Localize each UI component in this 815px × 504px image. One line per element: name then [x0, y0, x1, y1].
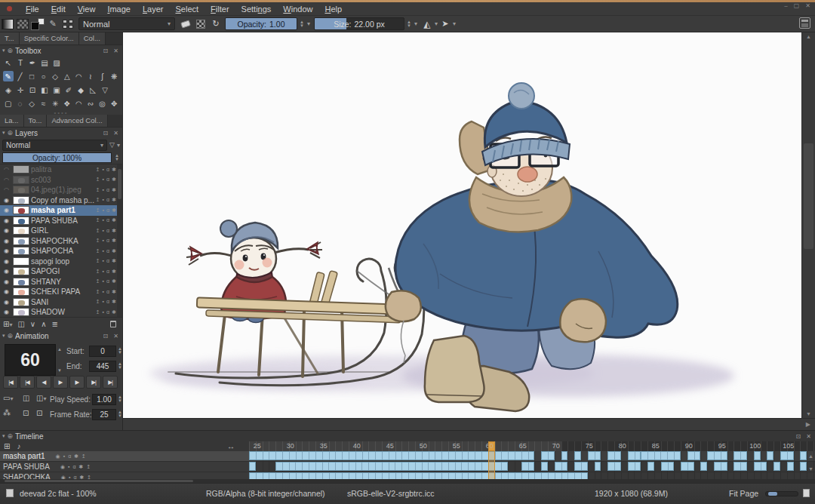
lock-icon[interactable]: ▪	[103, 278, 104, 284]
menu-window[interactable]: Window	[277, 4, 318, 14]
opacity-slider[interactable]: Opacity:1.00	[225, 17, 297, 30]
visibility-toggle-icon[interactable]: ◠	[2, 177, 11, 183]
visibility-toggle-icon[interactable]: ◉	[2, 309, 11, 315]
visibility-toggle-icon[interactable]: ◉	[2, 197, 11, 204]
frame-rate-spinner[interactable]: ▲▼	[118, 410, 122, 418]
alpha-icon[interactable]: α	[106, 187, 109, 193]
close-docker-icon[interactable]: ✕	[112, 48, 120, 54]
play-button[interactable]: ▶	[53, 376, 68, 389]
add-layer-button[interactable]: ⊞▾	[3, 320, 12, 328]
layer-row[interactable]: ◉SCHEKI PAPA↥▪α✱	[0, 287, 122, 297]
keyframe-segment[interactable]	[249, 462, 256, 471]
alpha-icon[interactable]: α	[106, 269, 109, 275]
tool-contiguous-select[interactable]: ✳	[50, 98, 60, 109]
size-slider[interactable]: Size:22.00 px	[314, 17, 404, 30]
layer-row[interactable]: ◉SHAPOCHA↥▪α✱	[0, 246, 122, 257]
properties-icon[interactable]: ✱	[112, 187, 116, 193]
properties-icon[interactable]: ✱	[112, 299, 116, 305]
reload-preset-button[interactable]: ↻	[209, 17, 223, 31]
tool-move[interactable]: ✛	[15, 85, 26, 95]
visibility-toggle-icon[interactable]: ◉	[2, 268, 11, 275]
properties-icon[interactable]: ✱	[112, 238, 116, 244]
timeline-zoom-fit-icon[interactable]: ↔	[227, 442, 235, 450]
tool-edit-shapes[interactable]: ▤	[39, 57, 50, 68]
visibility-toggle-icon[interactable]: ◉	[2, 278, 11, 285]
lock-icon[interactable]: ▪	[103, 197, 104, 203]
tool-freehand-brush[interactable]: ✎	[3, 71, 14, 81]
pin-icon[interactable]: ↥	[96, 207, 100, 214]
timeline-scrollbar[interactable]	[0, 479, 815, 483]
scroll-up-icon[interactable]: ▲	[802, 34, 815, 39]
keyframe-segment[interactable]	[555, 462, 568, 471]
play-speed-value[interactable]: 1.00	[92, 394, 116, 405]
close-docker-icon[interactable]: ✕	[112, 130, 120, 137]
drop-frames-button[interactable]: ⊡	[23, 409, 29, 417]
opacity-spinner[interactable]: ▲▼	[300, 20, 304, 28]
layer-row[interactable]: ◉SHAPOCHKA↥▪α✱	[0, 236, 122, 247]
menu-help[interactable]: Help	[318, 4, 348, 14]
alpha-icon[interactable]: α	[106, 258, 109, 264]
tool-rect-select[interactable]: ▢	[3, 98, 14, 109]
keyframe-segment[interactable]	[734, 462, 747, 471]
previous-frame-button[interactable]: ◀	[36, 376, 51, 389]
alpha-icon[interactable]: α	[106, 238, 109, 244]
keyframe-segment[interactable]	[787, 462, 794, 471]
layer-row[interactable]: ◉masha part1↥▪α✱	[0, 205, 122, 216]
layer-row[interactable]: ◉SAPOGI↥▪α✱	[0, 266, 122, 277]
alpha-icon[interactable]: α	[106, 289, 109, 295]
brush-editor-button[interactable]: ✎	[46, 17, 60, 31]
keyframe-segment[interactable]	[681, 462, 694, 471]
tool-freehand-select[interactable]: ≈	[38, 98, 49, 109]
properties-icon[interactable]: ✱	[112, 177, 116, 183]
layer-row[interactable]: ◠palitra↥▪α✱	[0, 164, 122, 175]
workspace-chooser-button[interactable]	[799, 17, 810, 29]
visibility-toggle-icon[interactable]: ◉	[2, 247, 11, 254]
auto-keyframe-button[interactable]: ◫▾	[36, 394, 46, 402]
pin-icon[interactable]: ↥	[96, 187, 100, 193]
tool-polygon[interactable]: ◇	[50, 71, 60, 81]
size-spinner[interactable]: ▲▼	[407, 20, 411, 28]
close-docker-icon[interactable]: ✕	[112, 333, 120, 340]
properties-icon[interactable]: ✱	[112, 207, 116, 214]
end-value[interactable]: 445	[89, 361, 116, 372]
current-frame-display[interactable]: 60	[5, 344, 56, 376]
alpha-icon[interactable]: α	[106, 228, 109, 234]
properties-icon[interactable]: ✱	[112, 217, 116, 223]
keyframe-segment[interactable]	[800, 462, 807, 471]
skip-to-end-button[interactable]: ▶|	[103, 376, 118, 389]
layer-row[interactable]: ◠sc003↥▪α✱	[0, 175, 122, 186]
wrap-around-button[interactable]: ➤	[438, 17, 452, 31]
tool-calligraphy[interactable]: ✒	[27, 57, 38, 68]
properties-icon[interactable]: ✱	[112, 309, 116, 315]
tool-similar-select[interactable]: ❖	[62, 98, 72, 109]
pin-icon[interactable]: ↥	[96, 177, 100, 183]
zoom-mode[interactable]: Fit Page	[729, 489, 758, 498]
lock-icon[interactable]: ▪	[103, 309, 104, 315]
alpha-icon[interactable]: α	[106, 309, 109, 315]
lock-icon[interactable]: ▪	[103, 207, 104, 214]
properties-icon[interactable]: ✱	[112, 167, 116, 173]
tool-rectangle[interactable]: □	[26, 71, 37, 81]
alpha-icon[interactable]: α	[106, 278, 109, 284]
start-spinner[interactable]: ▲▼	[118, 347, 122, 355]
visibility-toggle-icon[interactable]: ◠	[2, 186, 11, 193]
collapse-icon[interactable]: ▾	[2, 433, 5, 439]
frame-rate-value[interactable]: 25	[92, 409, 116, 420]
canvas[interactable]	[123, 32, 801, 418]
brush-presets-button[interactable]	[61, 17, 75, 31]
properties-icon[interactable]: ✱	[112, 197, 116, 203]
tool-text[interactable]: T	[15, 57, 26, 68]
mirror-caret[interactable]: ▾	[435, 20, 438, 27]
mirror-button[interactable]: ◭	[420, 17, 434, 31]
tool-ellipse[interactable]: ○	[38, 71, 49, 81]
tool-dynamic-brush[interactable]: ʃ	[97, 71, 108, 81]
menu-settings[interactable]: Settings	[235, 4, 278, 14]
menu-file[interactable]: File	[20, 4, 45, 14]
visibility-toggle-icon[interactable]: ◉	[2, 299, 11, 306]
audio-icon[interactable]: ♪	[17, 442, 20, 450]
opacity-options-caret[interactable]: ▾	[307, 20, 310, 27]
properties-icon[interactable]: ✱	[112, 258, 116, 264]
menu-select[interactable]: Select	[170, 4, 205, 14]
layer-row[interactable]: ◉SANI↥▪α✱	[0, 297, 122, 308]
keyframe-segment[interactable]	[773, 462, 780, 471]
